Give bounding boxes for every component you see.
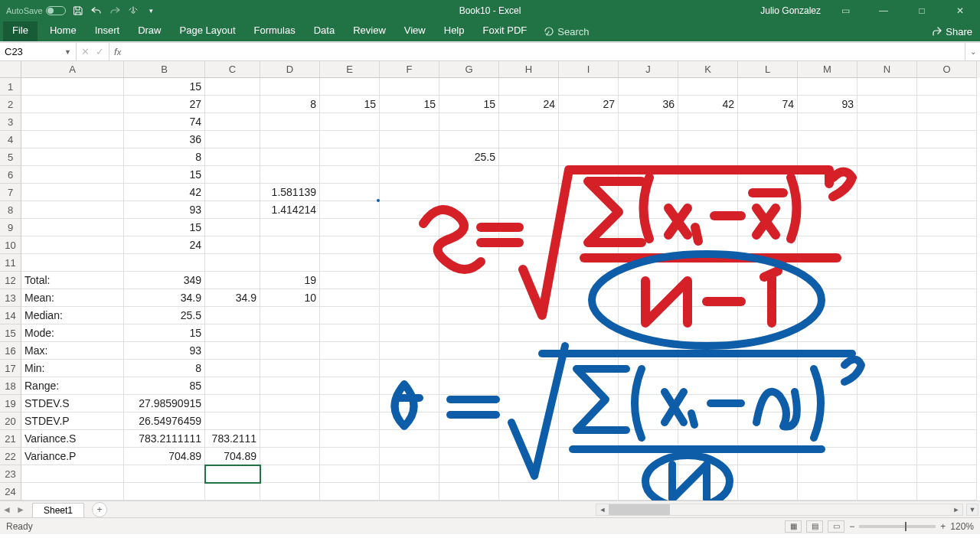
- cell[interactable]: [619, 236, 678, 254]
- cell[interactable]: [380, 342, 439, 360]
- cell[interactable]: [499, 377, 559, 395]
- cell[interactable]: [205, 113, 260, 131]
- cell[interactable]: [917, 360, 977, 377]
- cell[interactable]: [439, 272, 499, 289]
- cell[interactable]: [320, 412, 380, 430]
- cell[interactable]: 93: [798, 96, 858, 113]
- sheet-tab-active[interactable]: Sheet1: [32, 503, 84, 517]
- cell[interactable]: [499, 448, 559, 465]
- cell[interactable]: [798, 448, 858, 465]
- cell[interactable]: [858, 483, 917, 500]
- row-header[interactable]: 16: [0, 342, 21, 360]
- cell[interactable]: [260, 113, 320, 131]
- cell[interactable]: [738, 430, 798, 448]
- cell[interactable]: [320, 465, 380, 483]
- cell[interactable]: [439, 131, 499, 148]
- cell[interactable]: [499, 360, 559, 377]
- cell[interactable]: [499, 219, 559, 236]
- cell[interactable]: [260, 307, 320, 324]
- cell[interactable]: [559, 201, 619, 219]
- column-headers[interactable]: ABCDEFGHIJKLMNO: [21, 61, 980, 78]
- select-all-corner[interactable]: [0, 61, 21, 78]
- cell[interactable]: [380, 184, 439, 201]
- cell[interactable]: [858, 430, 917, 448]
- row-header[interactable]: 19: [0, 395, 21, 412]
- formula-input[interactable]: [126, 43, 965, 60]
- cell[interactable]: [858, 324, 917, 342]
- cell[interactable]: [678, 395, 738, 412]
- cell[interactable]: [205, 219, 260, 236]
- cell[interactable]: [380, 219, 439, 236]
- undo-icon[interactable]: [90, 5, 103, 17]
- cell[interactable]: [917, 131, 977, 148]
- cell[interactable]: [21, 236, 124, 254]
- cell[interactable]: [917, 342, 977, 360]
- row-header[interactable]: 23: [0, 465, 21, 483]
- cell[interactable]: [738, 377, 798, 395]
- cell[interactable]: [619, 430, 678, 448]
- row-header[interactable]: 2: [0, 96, 21, 113]
- cell[interactable]: [21, 131, 124, 148]
- cell[interactable]: [917, 184, 977, 201]
- cell[interactable]: [380, 395, 439, 412]
- cell[interactable]: [798, 78, 858, 96]
- cell[interactable]: [858, 184, 917, 201]
- cell[interactable]: [439, 448, 499, 465]
- enter-formula-icon[interactable]: ✓: [96, 46, 104, 57]
- cell[interactable]: [619, 184, 678, 201]
- tab-review[interactable]: Review: [344, 21, 395, 41]
- column-header[interactable]: O: [917, 61, 977, 78]
- cell[interactable]: [678, 201, 738, 219]
- cell[interactable]: [260, 465, 320, 483]
- cell[interactable]: [320, 377, 380, 395]
- row-header[interactable]: 3: [0, 113, 21, 131]
- cell[interactable]: [559, 113, 619, 131]
- cell[interactable]: 24: [124, 236, 205, 254]
- cell[interactable]: [260, 219, 320, 236]
- row-header[interactable]: 6: [0, 166, 21, 184]
- cell[interactable]: [678, 166, 738, 184]
- cell[interactable]: [499, 131, 559, 148]
- cell[interactable]: [798, 412, 858, 430]
- share-button[interactable]: Share: [932, 21, 980, 41]
- cell[interactable]: 783.2111: [205, 430, 260, 448]
- cell[interactable]: [619, 465, 678, 483]
- cell[interactable]: [205, 184, 260, 201]
- cell[interactable]: [738, 324, 798, 342]
- cell[interactable]: [205, 236, 260, 254]
- cell[interactable]: [499, 307, 559, 324]
- cell[interactable]: [124, 254, 205, 272]
- cell[interactable]: [559, 483, 619, 500]
- cell[interactable]: Min:: [21, 360, 124, 377]
- cell[interactable]: [917, 430, 977, 448]
- cell[interactable]: [499, 272, 559, 289]
- touch-mode-icon[interactable]: [127, 5, 139, 17]
- cell[interactable]: 34.9: [124, 289, 205, 307]
- cell[interactable]: [678, 377, 738, 395]
- cell[interactable]: [380, 377, 439, 395]
- cell[interactable]: [559, 377, 619, 395]
- cell[interactable]: [619, 131, 678, 148]
- row-header[interactable]: 1: [0, 78, 21, 96]
- cell[interactable]: [678, 342, 738, 360]
- cell[interactable]: [559, 78, 619, 96]
- cell[interactable]: [678, 324, 738, 342]
- cell[interactable]: 42: [678, 96, 738, 113]
- cell[interactable]: [738, 131, 798, 148]
- row-header[interactable]: 21: [0, 430, 21, 448]
- cell[interactable]: [559, 219, 619, 236]
- cell[interactable]: [559, 272, 619, 289]
- cell[interactable]: [917, 148, 977, 166]
- cell[interactable]: [205, 412, 260, 430]
- cell[interactable]: [320, 430, 380, 448]
- zoom-in-button[interactable]: +: [940, 521, 946, 532]
- cell[interactable]: [738, 78, 798, 96]
- cell[interactable]: [798, 483, 858, 500]
- cell[interactable]: [798, 166, 858, 184]
- cell[interactable]: [21, 184, 124, 201]
- cell[interactable]: [320, 360, 380, 377]
- normal-view-icon[interactable]: ▦: [785, 520, 802, 533]
- cell[interactable]: [260, 166, 320, 184]
- cell[interactable]: [798, 377, 858, 395]
- cell[interactable]: [678, 219, 738, 236]
